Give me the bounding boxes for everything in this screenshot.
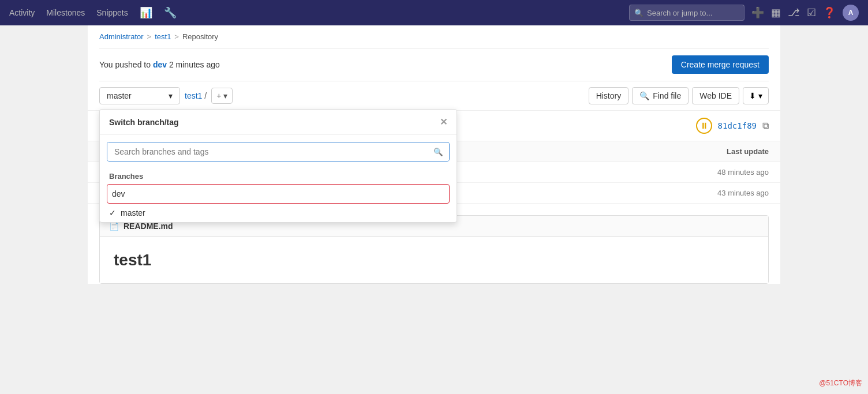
find-file-button[interactable]: 🔍 Find file	[632, 87, 689, 104]
plus-icon: +	[216, 91, 221, 100]
path-project[interactable]: test1	[185, 91, 202, 100]
branch-search-input[interactable]	[107, 142, 428, 161]
add-file-button[interactable]: + ▾	[211, 88, 233, 104]
push-text-suffix: 2 minutes ago	[169, 60, 220, 69]
main-content: Administrator > test1 > Repository You p…	[88, 25, 780, 284]
pause-icon: ⏸	[700, 121, 708, 130]
search-placeholder: Search or jump to...	[647, 9, 712, 17]
col-last-update: Last update	[560, 141, 780, 162]
switch-branch-panel: Switch branch/tag ✕ 🔍 Branches dev ✓ mas…	[99, 109, 457, 223]
breadcrumb-sep-1: >	[147, 32, 152, 41]
push-notification-bar: You pushed to dev 2 minutes ago Create m…	[88, 48, 780, 81]
nav-right-area: 🔍 Search or jump to... ➕ ▦ ⎇ ☑ ❓ A	[629, 5, 859, 21]
toolbar-row: master ▾ test1 / + ▾ History 🔍 Find file…	[88, 81, 780, 110]
copy-icon[interactable]: ⧉	[762, 121, 769, 131]
breadcrumb-administrator[interactable]: Administrator	[99, 32, 144, 41]
search-icon-small: 🔍	[639, 91, 649, 100]
chevron-down-icon-2: ▾	[223, 91, 227, 100]
top-navbar: Activity Milestones Snippets 📊 🔧 🔍 Searc…	[0, 0, 868, 25]
branches-section-label: Branches	[100, 168, 457, 184]
dropdown-header: Switch branch/tag ✕	[100, 110, 457, 135]
branch-item-dev[interactable]: dev	[107, 184, 450, 204]
breadcrumb-test1[interactable]: test1	[155, 32, 171, 41]
issues-icon[interactable]: ☑	[807, 6, 816, 19]
nav-milestones[interactable]: Milestones	[46, 8, 85, 17]
row1-time: 48 minutes ago	[560, 162, 780, 183]
global-search-box[interactable]: 🔍 Search or jump to...	[629, 5, 744, 21]
avatar[interactable]: A	[843, 5, 859, 21]
commit-hash[interactable]: 81dc1f89	[718, 121, 757, 130]
branch-item-master[interactable]: ✓ master	[100, 204, 457, 222]
push-text-prefix: You pushed to	[99, 60, 151, 69]
readme-title: README.md	[124, 222, 173, 231]
close-icon[interactable]: ✕	[440, 117, 447, 127]
chart-icon[interactable]: 📊	[140, 6, 152, 19]
breadcrumb-repository: Repository	[182, 32, 218, 41]
readme-heading: test1	[114, 251, 754, 269]
layout-icon[interactable]: ▦	[771, 6, 781, 19]
readme-body: test1	[100, 237, 768, 283]
push-text: You pushed to dev 2 minutes ago	[99, 60, 220, 69]
branch-search-wrapper: 🔍	[107, 142, 450, 162]
checkmark-icon: ✓	[109, 208, 116, 217]
help-icon[interactable]: ❓	[823, 6, 836, 19]
path-separator: /	[204, 91, 207, 100]
web-ide-button[interactable]: Web IDE	[692, 87, 739, 104]
dropdown-title: Switch branch/tag	[109, 118, 179, 127]
plus-icon[interactable]: ➕	[751, 6, 764, 19]
history-button[interactable]: History	[589, 87, 629, 104]
branch-selector[interactable]: master ▾	[99, 87, 180, 104]
wrench-icon[interactable]: 🔧	[164, 6, 177, 19]
chevron-down-icon-3: ▾	[758, 91, 762, 100]
path-area: test1 /	[185, 91, 207, 100]
chevron-down-icon: ▾	[169, 91, 173, 100]
master-branch-name: master	[121, 208, 145, 217]
find-file-label: Find file	[653, 91, 681, 100]
push-branch-name[interactable]: dev	[153, 60, 167, 69]
readme-file-icon: 📄	[109, 222, 119, 231]
merge-icon[interactable]: ⎇	[788, 6, 800, 19]
clone-button[interactable]: ⬇ ▾	[743, 87, 769, 104]
breadcrumb: Administrator > test1 > Repository	[88, 25, 780, 48]
row2-time: 43 minutes ago	[560, 183, 780, 204]
branch-search-area: 🔍	[100, 135, 457, 168]
clone-icon: ⬇	[749, 91, 756, 100]
branch-search-button[interactable]: 🔍	[428, 143, 449, 161]
toolbar-right-area: History 🔍 Find file Web IDE ⬇ ▾	[589, 87, 769, 104]
breadcrumb-sep-2: >	[174, 32, 179, 41]
dev-branch-name: dev	[112, 189, 125, 198]
search-icon: 🔍	[634, 9, 643, 17]
nav-activity[interactable]: Activity	[9, 8, 35, 17]
nav-snippets[interactable]: Snippets	[96, 8, 128, 17]
readme-section: 📄 README.md test1	[99, 215, 769, 284]
branch-name-label: master	[107, 91, 132, 100]
commit-status-icon: ⏸	[696, 118, 712, 134]
create-merge-request-button[interactable]: Create merge request	[672, 55, 769, 74]
